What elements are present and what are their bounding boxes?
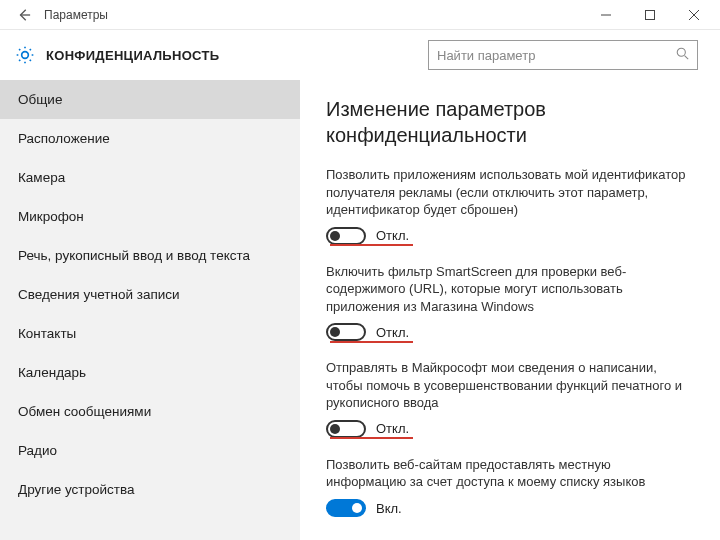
sidebar-item-label: Речь, рукописный ввод и ввод текста — [18, 248, 250, 263]
svg-point-1 — [677, 48, 685, 56]
setting-item: Отправлять в Майкрософт мои сведения о н… — [326, 359, 694, 438]
content-pane: Изменение параметров конфиденциальности … — [300, 80, 720, 540]
toggle-knob — [330, 231, 340, 241]
search-icon — [676, 47, 689, 63]
close-button[interactable] — [672, 1, 716, 29]
sidebar-item[interactable]: Расположение — [0, 119, 300, 158]
minimize-button[interactable] — [584, 1, 628, 29]
setting-description: Включить фильтр SmartScreen для проверки… — [326, 263, 694, 316]
toggle-row: Откл. — [326, 420, 694, 438]
sidebar-item-label: Сведения учетной записи — [18, 287, 180, 302]
sidebar-item[interactable]: Другие устройства — [0, 470, 300, 509]
sidebar-item[interactable]: Микрофон — [0, 197, 300, 236]
sidebar-item[interactable]: Сведения учетной записи — [0, 275, 300, 314]
setting-item: Включить фильтр SmartScreen для проверки… — [326, 263, 694, 342]
sidebar: ОбщиеРасположениеКамераМикрофонРечь, рук… — [0, 80, 300, 540]
main-area: ОбщиеРасположениеКамераМикрофонРечь, рук… — [0, 80, 720, 540]
toggle-switch[interactable] — [326, 420, 366, 438]
minimize-icon — [601, 10, 611, 20]
toggle-row: Откл. — [326, 227, 694, 245]
toggle-row: Откл. — [326, 323, 694, 341]
search-box[interactable] — [428, 40, 698, 70]
sidebar-item[interactable]: Камера — [0, 158, 300, 197]
back-arrow-icon — [17, 8, 31, 22]
sidebar-item[interactable]: Контакты — [0, 314, 300, 353]
sidebar-item[interactable]: Обмен сообщениями — [0, 392, 300, 431]
settings-gear-icon — [14, 44, 36, 66]
toggle-state-label: Откл. — [376, 228, 409, 243]
sidebar-item[interactable]: Радио — [0, 431, 300, 470]
sidebar-item-label: Камера — [18, 170, 65, 185]
toggle-switch[interactable] — [326, 227, 366, 245]
sidebar-item-label: Обмен сообщениями — [18, 404, 151, 419]
sidebar-item-label: Микрофон — [18, 209, 84, 224]
setting-item: Позволить веб-сайтам предоставлять местн… — [326, 456, 694, 517]
maximize-icon — [645, 10, 655, 20]
toggle-state-label: Откл. — [376, 421, 409, 436]
setting-description: Позволить веб-сайтам предоставлять местн… — [326, 456, 694, 491]
titlebar: Параметры — [0, 0, 720, 30]
sidebar-item-label: Другие устройства — [18, 482, 135, 497]
maximize-button[interactable] — [628, 1, 672, 29]
search-input[interactable] — [437, 48, 676, 63]
sidebar-item[interactable]: Речь, рукописный ввод и ввод текста — [0, 236, 300, 275]
setting-description: Позволить приложениям использовать мой и… — [326, 166, 694, 219]
sidebar-item-label: Календарь — [18, 365, 86, 380]
toggle-knob — [330, 327, 340, 337]
close-icon — [689, 10, 699, 20]
sidebar-item-label: Расположение — [18, 131, 110, 146]
sidebar-item[interactable]: Общие — [0, 80, 300, 119]
content-heading: Изменение параметров конфиденциальности — [326, 96, 694, 148]
header: КОНФИДЕНЦИАЛЬНОСТЬ — [0, 30, 720, 80]
settings-list: Позволить приложениям использовать мой и… — [326, 166, 694, 517]
toggle-knob — [330, 424, 340, 434]
toggle-state-label: Откл. — [376, 325, 409, 340]
sidebar-item-label: Общие — [18, 92, 62, 107]
toggle-state-label: Вкл. — [376, 501, 402, 516]
sidebar-item-label: Контакты — [18, 326, 76, 341]
sidebar-item[interactable]: Календарь — [0, 353, 300, 392]
svg-rect-0 — [646, 10, 655, 19]
window-title: Параметры — [44, 8, 108, 22]
toggle-row: Вкл. — [326, 499, 694, 517]
window-controls — [584, 1, 716, 29]
toggle-knob — [352, 503, 362, 513]
toggle-switch[interactable] — [326, 499, 366, 517]
page-title: КОНФИДЕНЦИАЛЬНОСТЬ — [46, 48, 219, 63]
back-button[interactable] — [10, 1, 38, 29]
toggle-switch[interactable] — [326, 323, 366, 341]
sidebar-item-label: Радио — [18, 443, 57, 458]
setting-item: Позволить приложениям использовать мой и… — [326, 166, 694, 245]
setting-description: Отправлять в Майкрософт мои сведения о н… — [326, 359, 694, 412]
